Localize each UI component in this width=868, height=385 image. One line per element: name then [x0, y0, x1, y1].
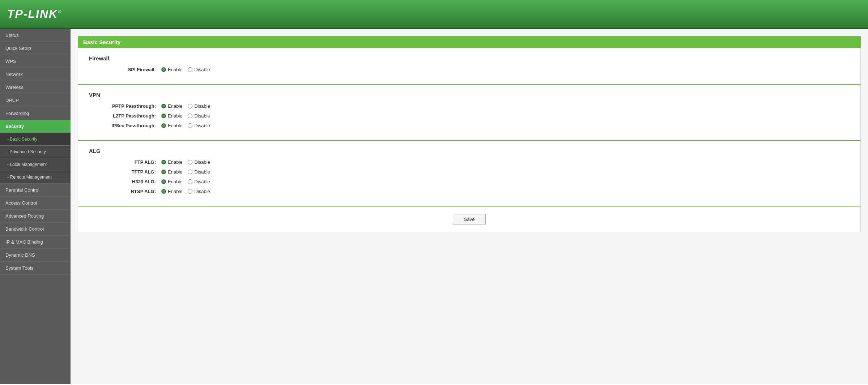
sidebar-item-ip-mac-binding[interactable]: IP & MAC Binding	[0, 236, 71, 249]
ipsec-enable-radio[interactable]	[161, 123, 166, 128]
tftp-alg-label: TFTP ALG:	[89, 169, 161, 175]
spi-firewall-label: SPI Firewall:	[89, 67, 161, 72]
alg-section: ALG FTP ALG: Enable Disable	[78, 141, 860, 206]
l2tp-disable-label: Disable	[194, 113, 210, 119]
rtsp-alg-enable-radio[interactable]	[161, 189, 166, 194]
layout: Status Quick Setup WPS Network Wireless …	[0, 29, 868, 384]
rtsp-alg-disable-label: Disable	[194, 189, 210, 194]
vpn-title: VPN	[89, 92, 850, 98]
ftp-alg-enable-option[interactable]: Enable	[161, 159, 182, 165]
h323-alg-enable-radio[interactable]	[161, 179, 166, 184]
spi-firewall-row: SPI Firewall: Enable Disable	[89, 67, 850, 72]
ftp-alg-row: FTP ALG: Enable Disable	[89, 159, 850, 165]
main-content: Basic Security Firewall SPI Firewall: En…	[71, 29, 868, 384]
tftp-alg-row: TFTP ALG: Enable Disable	[89, 169, 850, 175]
sidebar-item-status[interactable]: Status	[0, 29, 71, 42]
ftp-alg-enable-label: Enable	[168, 159, 182, 165]
sidebar-item-dynamic-dns[interactable]: Dynamic DNS	[0, 249, 71, 262]
ftp-alg-label: FTP ALG:	[89, 159, 161, 165]
tftp-alg-disable-option[interactable]: Disable	[188, 169, 210, 175]
tftp-alg-disable-label: Disable	[194, 169, 210, 175]
tftp-alg-enable-radio[interactable]	[161, 170, 166, 174]
tftp-alg-enable-option[interactable]: Enable	[161, 169, 182, 175]
sidebar-item-wps[interactable]: WPS	[0, 55, 71, 68]
pptp-enable-radio[interactable]	[161, 104, 166, 108]
spi-firewall-enable-option[interactable]: Enable	[161, 67, 182, 72]
pptp-options: Enable Disable	[161, 103, 210, 109]
rtsp-alg-disable-radio[interactable]	[188, 189, 192, 194]
rtsp-alg-disable-option[interactable]: Disable	[188, 189, 210, 194]
save-button[interactable]: Save	[453, 214, 486, 224]
spi-firewall-options: Enable Disable	[161, 67, 210, 72]
spi-firewall-enable-radio[interactable]	[161, 67, 166, 72]
pptp-row: PPTP Passthrough: Enable Disable	[89, 103, 850, 109]
h323-alg-enable-label: Enable	[168, 179, 182, 184]
sidebar-item-security[interactable]: Security	[0, 120, 71, 133]
sidebar-item-basic-security[interactable]: - Basic Security	[0, 133, 71, 146]
alg-title: ALG	[89, 148, 850, 154]
h323-alg-label: H323 ALG:	[89, 179, 161, 184]
l2tp-row: L2TP Passthrough: Enable Disable	[89, 113, 850, 119]
l2tp-enable-option[interactable]: Enable	[161, 113, 182, 119]
page-title: Basic Security	[78, 36, 861, 48]
h323-alg-enable-option[interactable]: Enable	[161, 179, 182, 184]
vpn-section: VPN PPTP Passthrough: Enable Disable	[78, 85, 860, 141]
sidebar-item-network[interactable]: Network	[0, 68, 71, 81]
rtsp-alg-row: RTSP ALG: Enable Disable	[89, 189, 850, 194]
ftp-alg-disable-radio[interactable]	[188, 160, 192, 164]
l2tp-enable-radio[interactable]	[161, 114, 166, 118]
sidebar-item-forwarding[interactable]: Forwarding	[0, 107, 71, 120]
sidebar-item-bandwidth-control[interactable]: Bandwidth Control	[0, 223, 71, 236]
firewall-section: Firewall SPI Firewall: Enable Disable	[78, 48, 860, 85]
ipsec-row: IPSec Passthrough: Enable Disable	[89, 123, 850, 128]
sidebar-item-parental-control[interactable]: Parental Control	[0, 184, 71, 197]
spi-firewall-enable-label: Enable	[168, 67, 182, 72]
sidebar-item-quick-setup[interactable]: Quick Setup	[0, 42, 71, 55]
ftp-alg-disable-label: Disable	[194, 159, 210, 165]
firewall-title: Firewall	[89, 55, 850, 61]
ftp-alg-options: Enable Disable	[161, 159, 210, 165]
save-bar: Save	[78, 206, 860, 232]
sidebar-item-advanced-security[interactable]: - Advanced Security	[0, 146, 71, 158]
sidebar-item-system-tools[interactable]: System Tools	[0, 262, 71, 275]
sidebar-item-remote-management[interactable]: - Remote Management	[0, 171, 71, 184]
rtsp-alg-enable-label: Enable	[168, 189, 182, 194]
tftp-alg-disable-radio[interactable]	[188, 170, 192, 174]
ipsec-disable-label: Disable	[194, 123, 210, 128]
h323-alg-disable-option[interactable]: Disable	[188, 179, 210, 184]
pptp-disable-option[interactable]: Disable	[188, 103, 210, 109]
ipsec-disable-option[interactable]: Disable	[188, 123, 210, 128]
spi-firewall-disable-option[interactable]: Disable	[188, 67, 210, 72]
ipsec-enable-label: Enable	[168, 123, 182, 128]
l2tp-disable-radio[interactable]	[188, 114, 192, 118]
spi-firewall-disable-radio[interactable]	[188, 67, 192, 72]
sidebar-item-local-management[interactable]: - Local Management	[0, 158, 71, 171]
pptp-disable-radio[interactable]	[188, 104, 192, 108]
sidebar-item-access-control[interactable]: Access Control	[0, 197, 71, 210]
content-area: Firewall SPI Firewall: Enable Disable	[78, 48, 861, 232]
l2tp-label: L2TP Passthrough:	[89, 113, 161, 119]
h323-alg-disable-label: Disable	[194, 179, 210, 184]
sidebar-item-dhcp[interactable]: DHCP	[0, 94, 71, 107]
ipsec-options: Enable Disable	[161, 123, 210, 128]
ipsec-disable-radio[interactable]	[188, 123, 192, 128]
l2tp-disable-option[interactable]: Disable	[188, 113, 210, 119]
sidebar-item-wireless[interactable]: Wireless	[0, 81, 71, 94]
header: TP-LINK®	[0, 0, 868, 29]
rtsp-alg-label: RTSP ALG:	[89, 189, 161, 194]
ipsec-enable-option[interactable]: Enable	[161, 123, 182, 128]
logo: TP-LINK®	[7, 7, 62, 21]
pptp-label: PPTP Passthrough:	[89, 103, 161, 109]
sidebar-item-advanced-routing[interactable]: Advanced Routing	[0, 210, 71, 223]
h323-alg-options: Enable Disable	[161, 179, 210, 184]
h323-alg-disable-radio[interactable]	[188, 179, 192, 184]
ftp-alg-disable-option[interactable]: Disable	[188, 159, 210, 165]
sidebar: Status Quick Setup WPS Network Wireless …	[0, 29, 71, 384]
tftp-alg-options: Enable Disable	[161, 169, 210, 175]
pptp-enable-option[interactable]: Enable	[161, 103, 182, 109]
rtsp-alg-enable-option[interactable]: Enable	[161, 189, 182, 194]
logo-text: TP-LINK®	[7, 7, 62, 20]
pptp-disable-label: Disable	[194, 103, 210, 109]
ftp-alg-enable-radio[interactable]	[161, 160, 166, 164]
rtsp-alg-options: Enable Disable	[161, 189, 210, 194]
